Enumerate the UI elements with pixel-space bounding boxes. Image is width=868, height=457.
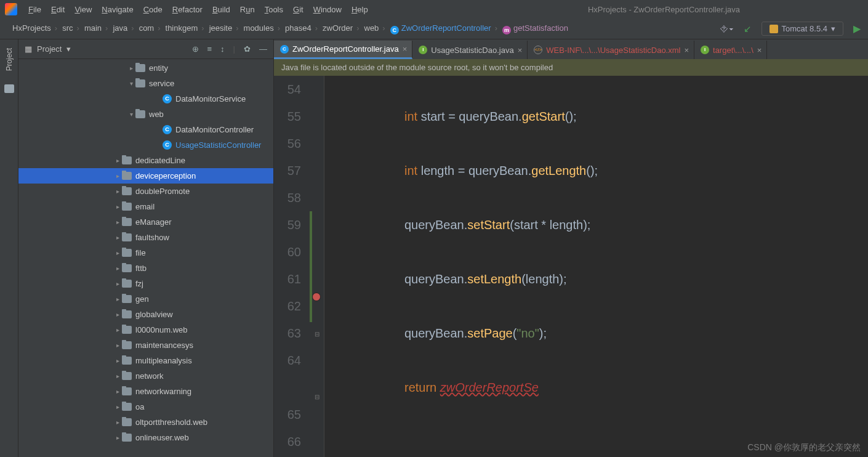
tree-arrow-icon[interactable]: ▸ xyxy=(113,342,122,349)
menu-file[interactable]: File xyxy=(25,4,45,15)
line-number[interactable]: 56 xyxy=(274,130,301,157)
tree-item-web[interactable]: ▾web xyxy=(18,107,273,122)
tree-item-service[interactable]: ▾service xyxy=(18,76,273,91)
tree-arrow-icon[interactable]: ▸ xyxy=(113,265,122,272)
breadcrumb-modules[interactable]: modules xyxy=(241,23,283,33)
error-bulb-icon[interactable] xyxy=(312,293,321,301)
line-number[interactable]: 58 xyxy=(274,184,301,211)
tree-item-l0000num.web[interactable]: ▸l0000num.web xyxy=(18,322,273,338)
breadcrumb-HxProjects[interactable]: HxProjects xyxy=(10,23,60,33)
tree-item-DataMonitorController[interactable]: CDataMonitorController xyxy=(18,122,273,137)
tree-arrow-icon[interactable]: ▸ xyxy=(113,172,122,179)
breadcrumb-main[interactable]: main xyxy=(82,23,111,33)
line-number[interactable]: 60 xyxy=(274,238,301,265)
breadcrumb-ZwOrderReportController[interactable]: CZwOrderReportController xyxy=(388,23,500,33)
tree-item-file[interactable]: ▸file xyxy=(18,245,273,261)
tree-item-multipleanalysis[interactable]: ▸multipleanalysis xyxy=(18,353,273,368)
menu-navigate[interactable]: Navigate xyxy=(98,4,137,15)
menu-refactor[interactable]: Refactor xyxy=(169,4,206,15)
vcs-user-icon[interactable]: ⯑▾ xyxy=(720,23,734,34)
breadcrumb-phase4[interactable]: phase4 xyxy=(283,23,320,33)
marker-gutter[interactable]: ⊟ ⊟ xyxy=(310,76,324,457)
editor-tab-0[interactable]: CZwOrderReportController.java× xyxy=(274,41,412,59)
line-gutter[interactable]: 5455565758596061626364 6566 xyxy=(274,76,310,457)
tree-arrow-icon[interactable]: ▸ xyxy=(113,388,122,395)
line-number[interactable]: 64 xyxy=(274,347,301,374)
tree-item-doublePromote[interactable]: ▸doublePromote xyxy=(18,184,273,199)
tree-arrow-icon[interactable]: ▸ xyxy=(113,249,122,256)
breadcrumb-thinkgem[interactable]: thinkgem xyxy=(163,23,207,33)
menu-run[interactable]: Run xyxy=(236,4,259,15)
tree-arrow-icon[interactable]: ▸ xyxy=(113,188,122,195)
tree-arrow-icon[interactable]: ▸ xyxy=(127,65,135,71)
menu-window[interactable]: Window xyxy=(310,4,345,15)
fold-open-icon[interactable]: ⊟ xyxy=(313,384,321,392)
line-number[interactable] xyxy=(274,374,301,401)
collapse-icon[interactable]: ↕ xyxy=(220,44,225,54)
breadcrumb-zwOrder[interactable]: zwOrder xyxy=(320,23,361,33)
menu-git[interactable]: Git xyxy=(289,4,307,15)
run-config-select[interactable]: Tomcat 8.5.4 ▾ xyxy=(762,22,843,36)
tree-arrow-icon[interactable]: ▸ xyxy=(113,280,122,287)
line-number[interactable]: 54 xyxy=(274,76,301,103)
editor-tab-3[interactable]: Itarget\...\...\× xyxy=(694,41,767,59)
line-number[interactable]: 59 xyxy=(274,211,301,238)
line-number[interactable]: 66 xyxy=(274,428,301,455)
line-number[interactable]: 57 xyxy=(274,157,301,184)
tree-arrow-icon[interactable]: ▸ xyxy=(113,219,122,225)
tree-item-DataMonitorService[interactable]: CDataMonitorService xyxy=(18,91,273,107)
tree-item-onlineuser.web[interactable]: ▸onlineuser.web xyxy=(18,430,273,445)
breadcrumb-java[interactable]: java xyxy=(110,23,136,33)
tree-arrow-icon[interactable]: ▸ xyxy=(113,357,122,364)
tree-item-dedicatedLine[interactable]: ▸dedicatedLine xyxy=(18,153,273,168)
line-number[interactable]: 55 xyxy=(274,103,301,130)
run-button[interactable]: ▶ xyxy=(853,23,861,34)
tree-item-fzj[interactable]: ▸fzj xyxy=(18,276,273,291)
tree-item-fttb[interactable]: ▸fttb xyxy=(18,261,273,276)
tree-arrow-icon[interactable]: ▾ xyxy=(127,111,135,118)
project-tool-tab[interactable]: Project xyxy=(4,44,15,75)
sidebar-title[interactable]: Project xyxy=(37,44,62,54)
breadcrumb-com[interactable]: com xyxy=(137,23,163,33)
tree-item-network[interactable]: ▸network xyxy=(18,368,273,384)
hide-icon[interactable]: — xyxy=(259,44,267,54)
menu-tools[interactable]: Tools xyxy=(261,4,287,15)
tree-arrow-icon[interactable]: ▸ xyxy=(113,157,122,164)
menu-edit[interactable]: Edit xyxy=(47,4,68,15)
structure-tool-icon[interactable] xyxy=(4,84,14,93)
breadcrumb-src[interactable]: src xyxy=(60,23,82,33)
tab-close-icon[interactable]: × xyxy=(757,46,762,55)
fold-close-icon[interactable]: ⊟ xyxy=(313,321,321,330)
build-icon[interactable]: ↙ xyxy=(744,23,752,34)
tree-arrow-icon[interactable]: ▸ xyxy=(113,434,122,441)
tree-item-deviceperception[interactable]: ▸deviceperception xyxy=(18,168,273,184)
tree-arrow-icon[interactable]: ▸ xyxy=(113,403,122,410)
tree-item-networkwarning[interactable]: ▸networkwarning xyxy=(18,384,273,399)
project-tree[interactable]: ▸entity▾serviceCDataMonitorService▾webCD… xyxy=(18,59,273,457)
menu-build[interactable]: Build xyxy=(209,4,234,15)
settings-icon[interactable]: ✿ xyxy=(244,44,251,54)
line-number[interactable]: 61 xyxy=(274,265,301,293)
line-number[interactable]: 65 xyxy=(274,401,301,428)
tree-item-gen[interactable]: ▸gen xyxy=(18,291,273,307)
tree-item-globalview[interactable]: ▸globalview xyxy=(18,307,273,322)
tree-item-maintenancesys[interactable]: ▸maintenancesys xyxy=(18,338,273,353)
code-content[interactable]: int start = queryBean.getStart(); int le… xyxy=(324,76,868,457)
tree-item-faultshow[interactable]: ▸faultshow xyxy=(18,230,273,245)
tree-arrow-icon[interactable]: ▸ xyxy=(113,296,122,302)
editor-tab-2[interactable]: </>WEB-INF\...\...\UsageStatisticDao.xml… xyxy=(528,41,694,59)
tab-close-icon[interactable]: × xyxy=(403,44,408,54)
tree-item-oltportthreshold.web[interactable]: ▸oltportthreshold.web xyxy=(18,415,273,430)
line-number[interactable]: 62 xyxy=(274,293,301,320)
tree-item-UsageStatisticController[interactable]: CUsageStatisticController xyxy=(18,137,273,153)
tree-item-eManager[interactable]: ▸eManager xyxy=(18,214,273,230)
tab-close-icon[interactable]: × xyxy=(684,46,689,55)
chevron-down-icon[interactable]: ▾ xyxy=(66,44,71,54)
tree-arrow-icon[interactable]: ▸ xyxy=(113,326,122,333)
tree-arrow-icon[interactable]: ▸ xyxy=(113,373,122,379)
breadcrumb-jeesite[interactable]: jeesite xyxy=(207,23,241,33)
menu-help[interactable]: Help xyxy=(348,4,372,15)
expand-icon[interactable]: ≡ xyxy=(207,44,212,54)
tree-item-oa[interactable]: ▸oa xyxy=(18,399,273,415)
tree-arrow-icon[interactable]: ▸ xyxy=(113,234,122,241)
